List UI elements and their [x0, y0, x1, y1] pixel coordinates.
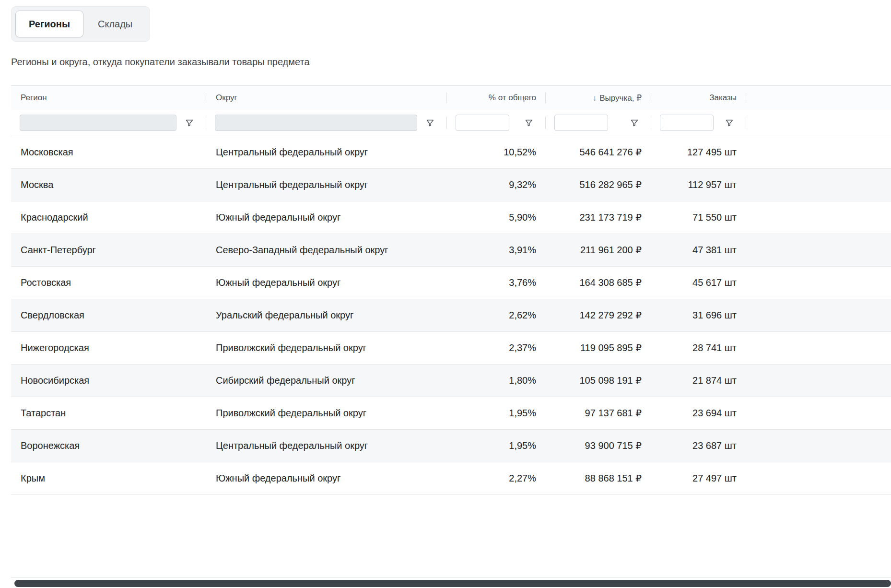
- cell-district: Южный федеральный округ: [206, 266, 447, 299]
- cell-orders: 23 694 шт: [651, 397, 746, 429]
- filter-cell-percent: [447, 110, 546, 136]
- filter-funnel-icon[interactable]: [185, 118, 194, 127]
- column-header-revenue[interactable]: ↓Выручка, ₽: [546, 86, 651, 110]
- filter-cell-filler: [746, 110, 891, 136]
- cell-percent: 1,95%: [447, 429, 546, 462]
- filter-cell-district: [206, 110, 447, 136]
- cell-orders: 23 687 шт: [651, 429, 746, 462]
- filter-funnel-icon[interactable]: [525, 118, 533, 127]
- page-subtitle: Регионы и округа, откуда покупатели зака…: [11, 56, 891, 68]
- cell-revenue: 105 098 191 ₽: [546, 364, 651, 397]
- filter-funnel-icon[interactable]: [630, 118, 639, 127]
- cell-orders: 71 550 шт: [651, 201, 746, 234]
- cell-revenue: 93 900 715 ₽: [546, 429, 651, 462]
- percent-filter-input[interactable]: [456, 115, 509, 131]
- table-row[interactable]: Новосибирская Сибирский федеральный окру…: [11, 364, 891, 397]
- tab-bar: Регионы Склады: [11, 6, 150, 42]
- cell-revenue: 546 641 276 ₽: [546, 136, 651, 168]
- filter-funnel-icon[interactable]: [426, 118, 434, 127]
- region-filter-input[interactable]: [20, 115, 176, 131]
- cell-revenue: 211 961 200 ₽: [546, 234, 651, 266]
- cell-region: Воронежская: [11, 429, 206, 462]
- column-header-percent[interactable]: % от общего: [447, 86, 546, 110]
- sort-desc-icon: ↓: [593, 94, 597, 103]
- filter-cell-revenue: [546, 110, 651, 136]
- tab-regions[interactable]: Регионы: [15, 11, 83, 37]
- cell-district: Центральный федеральный округ: [206, 429, 447, 462]
- cell-percent: 3,91%: [447, 234, 546, 266]
- regions-table: Регион Округ % от общего ↓Выручка, ₽ Зак…: [11, 85, 891, 577]
- horizontal-scrollbar-thumb[interactable]: [14, 580, 891, 587]
- cell-revenue: 231 173 719 ₽: [546, 201, 651, 234]
- table-row[interactable]: Краснодарский Южный федеральный округ 5,…: [11, 201, 891, 234]
- cell-region: Краснодарский: [11, 201, 206, 234]
- cell-region: Крым: [11, 462, 206, 494]
- cell-orders: 127 495 шт: [651, 136, 746, 168]
- table-row[interactable]: Воронежская Центральный федеральный окру…: [11, 429, 891, 462]
- cell-percent: 5,90%: [447, 201, 546, 234]
- column-header-orders[interactable]: Заказы: [651, 86, 746, 110]
- cell-filler: [746, 299, 891, 331]
- table-row[interactable]: Московская Центральный федеральный округ…: [11, 136, 891, 168]
- revenue-filter-input[interactable]: [554, 115, 608, 131]
- cell-region: Нижегородская: [11, 331, 206, 364]
- cell-filler: [746, 201, 891, 234]
- cell-region: Татарстан: [11, 397, 206, 429]
- cell-revenue: 142 279 292 ₽: [546, 299, 651, 331]
- cell-revenue: 119 095 895 ₽: [546, 331, 651, 364]
- table-body: Московская Центральный федеральный округ…: [11, 136, 891, 494]
- table-row[interactable]: Нижегородская Приволжский федеральный ок…: [11, 331, 891, 364]
- horizontal-scrollbar[interactable]: [14, 579, 891, 588]
- cell-filler: [746, 234, 891, 266]
- cell-region: Москва: [11, 168, 206, 201]
- cell-percent: 9,32%: [447, 168, 546, 201]
- cell-orders: 45 617 шт: [651, 266, 746, 299]
- table-row[interactable]: Свердловская Уральский федеральный округ…: [11, 299, 891, 331]
- cell-orders: 28 741 шт: [651, 331, 746, 364]
- cell-filler: [746, 397, 891, 429]
- cell-percent: 3,76%: [447, 266, 546, 299]
- cell-filler: [746, 462, 891, 494]
- table-row[interactable]: Крым Южный федеральный округ 2,27% 88 86…: [11, 462, 891, 494]
- district-filter-input[interactable]: [215, 115, 417, 131]
- cell-percent: 1,95%: [447, 397, 546, 429]
- orders-filter-input[interactable]: [660, 115, 714, 131]
- table-filter-row: [11, 110, 891, 136]
- filter-funnel-icon[interactable]: [725, 118, 734, 127]
- page: Регионы Склады Регионы и округа, откуда …: [0, 0, 891, 588]
- cell-percent: 2,27%: [447, 462, 546, 494]
- cell-district: Северо-Западный федеральный округ: [206, 234, 447, 266]
- cell-district: Уральский федеральный округ: [206, 299, 447, 331]
- cell-orders: 27 497 шт: [651, 462, 746, 494]
- cell-region: Московская: [11, 136, 206, 168]
- cell-district: Центральный федеральный округ: [206, 136, 447, 168]
- table-row[interactable]: Санкт-Петербург Северо-Западный федераль…: [11, 234, 891, 266]
- column-header-district[interactable]: Округ: [206, 86, 447, 110]
- cell-region: Санкт-Петербург: [11, 234, 206, 266]
- table-row[interactable]: Москва Центральный федеральный округ 9,3…: [11, 168, 891, 201]
- cell-percent: 2,37%: [447, 331, 546, 364]
- column-header-region[interactable]: Регион: [11, 86, 206, 110]
- column-header-filler: [746, 86, 891, 110]
- cell-district: Южный федеральный округ: [206, 201, 447, 234]
- cell-district: Сибирский федеральный округ: [206, 364, 447, 397]
- table-row[interactable]: Татарстан Приволжский федеральный округ …: [11, 397, 891, 429]
- cell-region: Новосибирская: [11, 364, 206, 397]
- cell-filler: [746, 168, 891, 201]
- cell-district: Южный федеральный округ: [206, 462, 447, 494]
- cell-region: Ростовская: [11, 266, 206, 299]
- cell-filler: [746, 429, 891, 462]
- column-header-revenue-label: Выручка, ₽: [599, 94, 642, 103]
- cell-orders: 47 381 шт: [651, 234, 746, 266]
- cell-revenue: 164 308 685 ₽: [546, 266, 651, 299]
- table-row[interactable]: Ростовская Южный федеральный округ 3,76%…: [11, 266, 891, 299]
- cell-orders: 112 957 шт: [651, 168, 746, 201]
- cell-region: Свердловская: [11, 299, 206, 331]
- cell-percent: 10,52%: [447, 136, 546, 168]
- cell-filler: [746, 331, 891, 364]
- cell-percent: 1,80%: [447, 364, 546, 397]
- cell-revenue: 97 137 681 ₽: [546, 397, 651, 429]
- cell-orders: 21 874 шт: [651, 364, 746, 397]
- cell-district: Приволжский федеральный округ: [206, 331, 447, 364]
- tab-warehouses[interactable]: Склады: [84, 11, 146, 37]
